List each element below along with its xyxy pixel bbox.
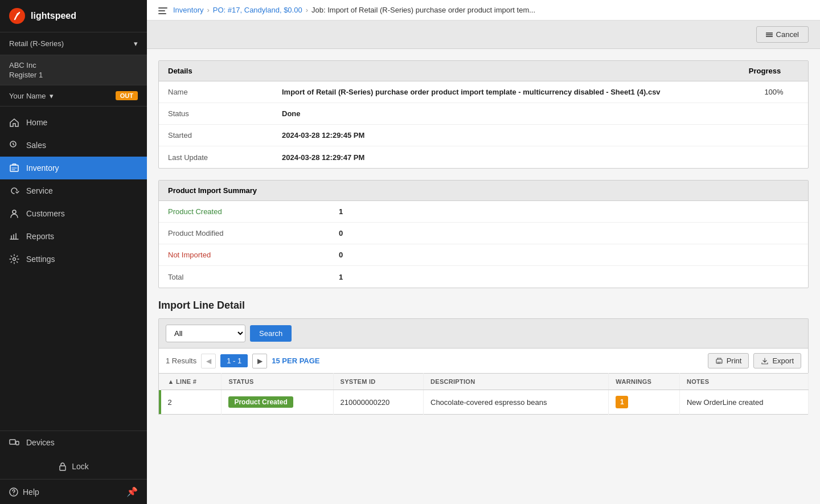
svg-rect-16 bbox=[716, 359, 722, 363]
customers-icon bbox=[9, 208, 19, 219]
col-line: ▲ LINE # bbox=[161, 374, 222, 390]
print-label: Print bbox=[727, 357, 742, 365]
sidebar-item-home[interactable]: Home bbox=[0, 111, 147, 134]
sidebar-item-service[interactable]: Service bbox=[0, 179, 147, 202]
cell-notes: New OrderLine created bbox=[679, 390, 808, 415]
sidebar-bottom: Devices Lock Help 📌 bbox=[0, 431, 147, 504]
sidebar-help-section: Help 📌 bbox=[0, 479, 147, 504]
col-status: STATUS bbox=[222, 374, 333, 390]
breadcrumb-po[interactable]: PO: #17, Candyland, $0.00 bbox=[213, 6, 302, 14]
summary-total-value: 1 bbox=[330, 268, 352, 286]
sidebar-logo: lightspeed bbox=[0, 0, 147, 32]
cancel-icon bbox=[766, 31, 773, 38]
next-page-button[interactable]: ▶ bbox=[252, 354, 267, 368]
line-detail-table: ▲ LINE # STATUS SYSTEM ID DESCRIPTION WA… bbox=[158, 373, 809, 415]
svg-rect-13 bbox=[766, 32, 773, 34]
sidebar-user-section[interactable]: Your Name ▾ OUT bbox=[0, 85, 147, 106]
col-description: DESCRIPTION bbox=[424, 374, 609, 390]
sidebar-store-selector[interactable]: Retail (R-Series) ▾ bbox=[0, 32, 147, 55]
sidebar-item-reports[interactable]: Reports bbox=[0, 225, 147, 248]
sidebar-item-reports-label: Reports bbox=[26, 232, 54, 241]
cancel-label: Cancel bbox=[776, 30, 799, 39]
service-icon bbox=[9, 186, 19, 196]
lightspeed-logo-icon bbox=[9, 8, 25, 24]
details-title: Details bbox=[168, 67, 192, 75]
cancel-button[interactable]: Cancel bbox=[756, 26, 809, 43]
summary-modified-value: 0 bbox=[330, 224, 352, 242]
details-started-row: Started 2024-03-28 12:29:45 PM bbox=[159, 125, 808, 146]
page-current: 1 - 1 bbox=[220, 354, 248, 367]
sidebar-item-inventory-label: Inventory bbox=[26, 163, 59, 173]
lock-button[interactable]: Lock bbox=[0, 454, 147, 479]
out-badge[interactable]: OUT bbox=[116, 91, 138, 100]
pin-icon[interactable]: 📌 bbox=[126, 486, 138, 497]
sidebar-nav: Home Sales Inventory bbox=[0, 106, 147, 431]
breadcrumb-inventory[interactable]: Inventory bbox=[173, 6, 203, 14]
svg-rect-14 bbox=[766, 34, 773, 35]
search-button[interactable]: Search bbox=[250, 325, 292, 342]
sidebar-logo-text: lightspeed bbox=[31, 11, 76, 21]
breadcrumb-icon bbox=[158, 6, 167, 14]
warning-badge: 1 bbox=[616, 396, 628, 408]
print-icon bbox=[715, 357, 723, 365]
col-systemid: SYSTEM ID bbox=[333, 374, 423, 390]
summary-notimported-value: 0 bbox=[330, 246, 352, 264]
col-warnings-label: WARNINGS bbox=[616, 378, 651, 385]
col-status-label: STATUS bbox=[228, 378, 253, 385]
lock-icon bbox=[58, 462, 67, 471]
breadcrumb-job: Job: Import of Retail (R-Series) purchas… bbox=[311, 6, 535, 14]
details-lastupdate-label: Last Update bbox=[159, 149, 273, 166]
details-lastupdate-value: 2024-03-28 12:29:47 PM bbox=[273, 149, 740, 166]
print-button[interactable]: Print bbox=[708, 353, 749, 368]
progress-status-placeholder bbox=[740, 109, 808, 118]
sidebar-user-name: Your Name bbox=[9, 92, 46, 100]
summary-table: Product Import Summary Product Created 1… bbox=[158, 180, 809, 288]
details-name-value: Import of Retail (R-Series) purchase ord… bbox=[273, 83, 740, 101]
action-bar: Cancel bbox=[147, 21, 820, 49]
reports-icon bbox=[9, 231, 19, 241]
details-lastupdate-row: Last Update 2024-03-28 12:29:47 PM bbox=[159, 146, 808, 168]
cell-line-number: 2 bbox=[161, 390, 222, 415]
pagination-left: 1 Results ◀ 1 - 1 ▶ 15 PER PAGE bbox=[166, 354, 320, 368]
progress-percentage: 100% bbox=[740, 83, 808, 101]
svg-point-3 bbox=[13, 210, 16, 214]
sidebar-account-info: ABC Inc Register 1 bbox=[0, 55, 147, 85]
help-button[interactable]: Help bbox=[9, 487, 39, 497]
filter-select[interactable]: All Product Created Product Modified Not… bbox=[166, 325, 245, 342]
main-content: Inventory › PO: #17, Candyland, $0.00 › … bbox=[147, 0, 820, 504]
export-button[interactable]: Export bbox=[753, 353, 801, 368]
details-started-label: Started bbox=[159, 126, 273, 144]
per-page-link[interactable]: 15 PER PAGE bbox=[272, 357, 319, 365]
sidebar-item-settings[interactable]: Settings bbox=[0, 248, 147, 271]
home-icon bbox=[9, 117, 19, 128]
svg-point-9 bbox=[13, 494, 14, 494]
details-table: Details Progress Name Import of Retail (… bbox=[158, 60, 809, 169]
prev-page-button[interactable]: ◀ bbox=[201, 354, 216, 368]
sidebar-company-name: ABC Inc bbox=[9, 61, 43, 69]
sidebar-item-inventory[interactable]: Inventory bbox=[0, 157, 147, 179]
cell-description: Chocolate-covered espresso beans bbox=[424, 390, 609, 415]
col-line-label: ▲ LINE # bbox=[168, 378, 197, 385]
sidebar-item-devices-label: Devices bbox=[26, 438, 55, 447]
sidebar-user-chevron: ▾ bbox=[50, 92, 54, 100]
summary-total-label: Total bbox=[159, 268, 330, 286]
sidebar-item-customers-label: Customers bbox=[26, 209, 65, 218]
sales-icon bbox=[9, 140, 19, 150]
col-notes: NOTES bbox=[679, 374, 808, 390]
sidebar-item-service-label: Service bbox=[26, 186, 53, 195]
details-status-value: Done bbox=[273, 105, 740, 122]
filter-bar: All Product Created Product Modified Not… bbox=[158, 318, 809, 348]
sidebar: lightspeed Retail (R-Series) ▾ ABC Inc R… bbox=[0, 0, 147, 504]
details-name-label: Name bbox=[159, 83, 273, 101]
svg-rect-11 bbox=[158, 10, 165, 11]
inventory-icon bbox=[9, 163, 19, 173]
results-count: 1 Results bbox=[166, 357, 196, 365]
sidebar-item-sales[interactable]: Sales bbox=[0, 134, 147, 157]
sidebar-item-devices[interactable]: Devices bbox=[0, 431, 147, 454]
summary-header: Product Import Summary bbox=[159, 181, 808, 201]
sidebar-item-customers[interactable]: Customers bbox=[0, 202, 147, 225]
summary-modified-label: Product Modified bbox=[159, 224, 330, 242]
cell-status: Product Created bbox=[222, 390, 333, 415]
help-label: Help bbox=[23, 487, 39, 497]
page-content: Details Progress Name Import of Retail (… bbox=[147, 49, 820, 504]
